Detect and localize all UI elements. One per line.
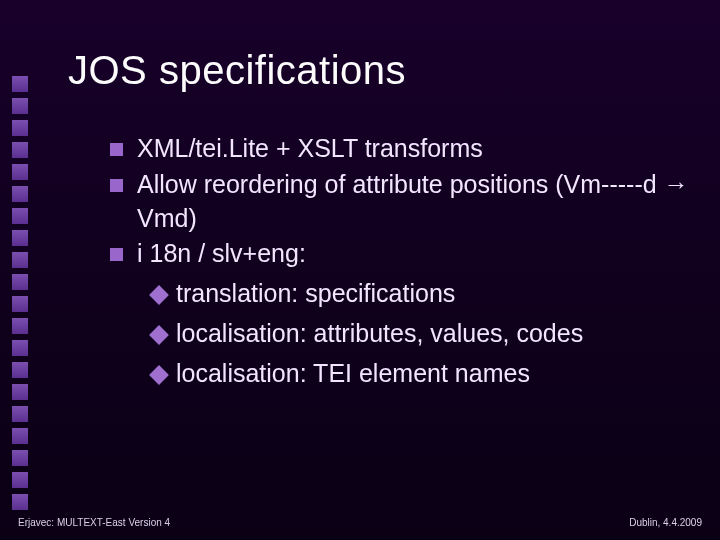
bullet-text: translation: specifications — [176, 277, 690, 311]
square-bullet-icon — [110, 248, 123, 261]
sub-bullets: translation: specifications localisation… — [152, 277, 690, 390]
slide-body: XML/tei.Lite + XSLT transforms Allow reo… — [110, 132, 690, 390]
deco-square — [12, 362, 28, 378]
deco-square — [12, 142, 28, 158]
bullet-text: XML/tei.Lite + XSLT transforms — [137, 132, 690, 166]
deco-square — [12, 384, 28, 400]
deco-square — [12, 252, 28, 268]
square-bullet-icon — [110, 143, 123, 156]
bullet-level1: XML/tei.Lite + XSLT transforms — [110, 132, 690, 166]
decorative-left-strip — [0, 0, 40, 540]
deco-square — [12, 450, 28, 466]
bullet-level2: translation: specifications — [152, 277, 690, 311]
deco-square — [12, 494, 28, 510]
deco-square — [12, 296, 28, 312]
deco-square — [12, 164, 28, 180]
deco-square — [12, 406, 28, 422]
diamond-bullet-icon — [149, 325, 169, 345]
deco-square — [12, 318, 28, 334]
deco-square — [12, 186, 28, 202]
square-bullet-icon — [110, 179, 123, 192]
bullet-text: Allow reordering of attribute positions … — [137, 168, 690, 236]
deco-square — [12, 120, 28, 136]
deco-square — [12, 274, 28, 290]
bullet-text: localisation: TEI element names — [176, 357, 690, 391]
slide-title: JOS specifications — [68, 48, 406, 93]
deco-square — [12, 230, 28, 246]
deco-square — [12, 76, 28, 92]
deco-square — [12, 340, 28, 356]
bullet-level2: localisation: attributes, values, codes — [152, 317, 690, 351]
bullet-text: i 18n / slv+eng: — [137, 237, 690, 271]
slide: JOS specifications XML/tei.Lite + XSLT t… — [0, 0, 720, 540]
deco-square — [12, 208, 28, 224]
diamond-bullet-icon — [149, 285, 169, 305]
deco-square — [12, 472, 28, 488]
bullet-level1: i 18n / slv+eng: — [110, 237, 690, 271]
bullet-level2: localisation: TEI element names — [152, 357, 690, 391]
bullet-text: localisation: attributes, values, codes — [176, 317, 690, 351]
deco-square — [12, 98, 28, 114]
deco-square — [12, 428, 28, 444]
footer-left: Erjavec: MULTEXT-East Version 4 — [18, 517, 170, 528]
diamond-bullet-icon — [149, 365, 169, 385]
footer-right: Dublin, 4.4.2009 — [629, 517, 702, 528]
bullet-level1: Allow reordering of attribute positions … — [110, 168, 690, 236]
